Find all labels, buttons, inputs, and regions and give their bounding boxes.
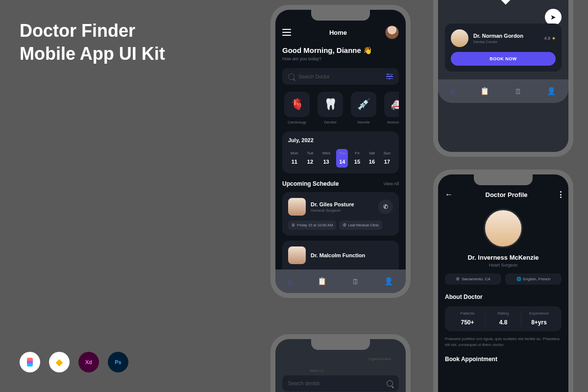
- appointment-location: ⦿ Leaf Medical Clinic: [339, 220, 382, 230]
- search-icon: [387, 380, 393, 387]
- avatar[interactable]: [385, 25, 399, 39]
- profile-role: Heart Surgeon: [445, 263, 562, 268]
- xd-icon: Xd: [78, 352, 99, 372]
- figma-icon: [20, 352, 40, 372]
- doctor-avatar: [451, 29, 468, 47]
- doctor-name: Dr. Giles Posture: [311, 201, 354, 207]
- more-icon[interactable]: [560, 191, 562, 198]
- calendar-day[interactable]: Sun17: [381, 149, 393, 168]
- screen-title: Home: [329, 29, 347, 36]
- sketch-icon: ◆: [49, 352, 70, 372]
- star-icon: ★: [552, 36, 556, 41]
- categories: 🫀Cardiology 🦷Dentist 💉Needle 🚑Ambulance: [282, 92, 399, 124]
- calendar-day[interactable]: Fri15: [352, 149, 363, 168]
- category-needle[interactable]: 💉Needle: [349, 92, 378, 124]
- language-chip: 🌐 English, French: [505, 273, 562, 285]
- nav-home-icon[interactable]: ⌂: [450, 87, 455, 96]
- doctor-role: General Surgeon: [311, 208, 354, 213]
- profile-name: Dr. Inverness McKenzie: [445, 254, 562, 261]
- doctor-card[interactable]: Dr. Norman Gordon Dental Center 4.9 ★ BO…: [445, 24, 562, 72]
- appointment-time: 🗓 Friday 15 at 10:00 AM: [288, 220, 336, 230]
- nav-home-icon[interactable]: ⌂: [288, 277, 292, 286]
- menu-icon[interactable]: [282, 29, 291, 36]
- street-label: Allen Ln: [310, 368, 324, 373]
- calendar: July, 2022 Mon11Tue12Wed13Thu14Fri15Sat1…: [282, 131, 399, 173]
- about-heading: About Doctor: [445, 294, 562, 300]
- doctor-avatar: [288, 246, 306, 264]
- search-input[interactable]: Search Doctor: [282, 68, 399, 85]
- phone-map-search: Ingwood Ave Allen Ln Search dentist: [270, 334, 411, 392]
- heading-line1: Doctor Finder: [20, 20, 165, 43]
- calendar-day[interactable]: Wed13: [319, 149, 332, 168]
- bottom-nav: ⌂ 📋 🗓 👤: [275, 270, 406, 293]
- doctor-avatar: [288, 198, 306, 216]
- bottom-nav: ⌂ 📋 🗓 👤: [438, 79, 568, 103]
- search-icon: [288, 74, 294, 80]
- calendar-month: July, 2022: [288, 137, 393, 143]
- nav-records-icon[interactable]: 📋: [318, 277, 327, 286]
- doctor-clinic: Dental Center: [473, 40, 523, 44]
- profile-avatar: [484, 209, 523, 248]
- heading-line2: Mobile App UI Kit: [20, 43, 165, 66]
- category-cardiology[interactable]: 🫀Cardiology: [282, 92, 312, 124]
- doctor-name: Dr. Malcolm Function: [311, 252, 365, 258]
- call-button[interactable]: ✆: [378, 199, 393, 214]
- stats-card: Patients750+ Rating4.8 Experience8+yrs: [445, 306, 562, 331]
- tool-icons: ◆ Xd Ps: [20, 352, 128, 372]
- search-input[interactable]: Search dentist: [282, 375, 399, 392]
- category-dentist[interactable]: 🦷Dentist: [316, 92, 345, 124]
- greeting: Good Morning, Dianne 👋: [282, 46, 399, 55]
- calendar-day[interactable]: Thu14: [336, 149, 348, 168]
- book-heading: Book Appointment: [445, 356, 562, 363]
- calendar-day[interactable]: Sat16: [367, 149, 377, 168]
- map-pin[interactable]: [493, 0, 518, 4]
- search-placeholder: Search Doctor: [298, 74, 382, 79]
- search-placeholder: Search dentist: [288, 381, 383, 386]
- doctor-name: Dr. Norman Gordon: [473, 33, 523, 39]
- calendar-day[interactable]: Tue12: [304, 149, 316, 168]
- back-icon[interactable]: ←: [445, 190, 453, 199]
- subgreeting: How are you today?: [282, 56, 399, 61]
- calendar-day[interactable]: Mon11: [288, 149, 301, 168]
- appointment-card[interactable]: Dr. Giles Posture General Surgeon ✆ 🗓 Fr…: [282, 192, 399, 236]
- view-all-link[interactable]: View All: [384, 181, 399, 186]
- about-text: Praesent porttitor orci ligula, quis sod…: [445, 336, 562, 348]
- nav-calendar-icon[interactable]: 🗓: [514, 87, 522, 96]
- ps-icon: Ps: [108, 352, 128, 372]
- nav-records-icon[interactable]: 📋: [480, 87, 490, 96]
- page-heading: Doctor Finder Mobile App UI Kit: [20, 20, 165, 66]
- locate-button[interactable]: ➤: [545, 9, 562, 25]
- phone-profile: ← Doctor Profile Dr. Inverness McKenzie …: [433, 170, 573, 392]
- screen-title: Doctor Profile: [486, 191, 528, 198]
- book-now-button[interactable]: BOOK NOW: [451, 52, 556, 66]
- nav-profile-icon[interactable]: 👤: [547, 87, 556, 96]
- upcoming-title: Upcoming Schedule: [282, 180, 339, 187]
- nav-profile-icon[interactable]: 👤: [384, 277, 393, 286]
- phone-home: Home Good Morning, Dianne 👋 How are you …: [270, 5, 411, 298]
- category-ambulance[interactable]: 🚑Ambulance: [382, 92, 399, 124]
- nav-calendar-icon[interactable]: 🗓: [352, 277, 359, 286]
- phone-map: S Virginia St Church St ➤ Dr. Norman Gor…: [433, 0, 573, 157]
- filter-icon[interactable]: [386, 73, 393, 80]
- location-chip: ⦿ Sacramento, CA: [445, 273, 501, 285]
- street-label: Ingwood Ave: [368, 357, 391, 361]
- doctor-rating: 4.9 ★: [544, 36, 556, 41]
